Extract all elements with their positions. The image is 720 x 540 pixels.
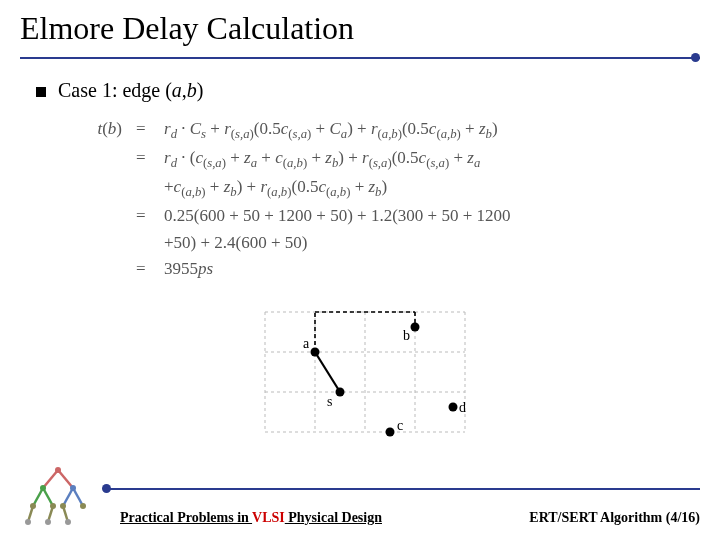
square-bullet-icon <box>36 87 46 97</box>
title-rule <box>20 51 700 65</box>
math-row-2: = rd · (c(s,a) + za + c(a,b) + zb) + r(s… <box>84 145 684 174</box>
footer-right-text: ERT/SERT Algorithm (4/16) <box>529 510 700 525</box>
math-rhs-1: rd · Cs + r(s,a)(0.5c(s,a) + Ca) + r(a,b… <box>164 116 684 145</box>
math-lhs: t(b) <box>84 116 122 145</box>
grid-lines <box>265 312 465 432</box>
bullet-var-a: a <box>172 79 182 101</box>
node-b <box>411 323 420 332</box>
node-a <box>311 348 320 357</box>
svg-point-23 <box>70 485 76 491</box>
bullet-prefix: Case 1: edge ( <box>58 79 172 101</box>
math-lhs-blank-3 <box>84 203 122 229</box>
svg-line-13 <box>58 470 73 488</box>
footer-pp: Practical Problems in <box>120 510 252 525</box>
svg-point-28 <box>25 519 31 525</box>
math-rhs-3: 0.25(600 + 50 + 1200 + 50) + 1.2(300 + 5… <box>164 203 684 229</box>
math-lhs-blank-3b <box>84 230 122 256</box>
footer-left: Practical Problems in VLSI Physical Desi… <box>120 510 382 526</box>
svg-line-15 <box>43 488 53 506</box>
bullet-row: Case 1: edge (a,b) <box>36 79 684 102</box>
math-row-2b: +c(a,b) + zb) + r(a,b)(0.5c(a,b) + zb) <box>84 174 684 203</box>
svg-point-25 <box>50 503 56 509</box>
label-s: s <box>327 394 332 409</box>
bullet-var-b: b <box>187 79 197 101</box>
math-eq-1: = <box>136 116 150 145</box>
edge-s-a <box>315 352 340 392</box>
title-rule-dot <box>691 53 700 62</box>
footer-right: ERT/SERT Algorithm (4/16) <box>529 510 700 526</box>
svg-point-26 <box>60 503 66 509</box>
svg-point-29 <box>45 519 51 525</box>
tree-diagram: a b s c d <box>245 292 475 442</box>
math-rhs-4: 3955ps <box>164 256 684 282</box>
bullet-suffix: ) <box>197 79 204 101</box>
label-c: c <box>397 418 403 433</box>
label-a: a <box>303 336 310 351</box>
title-area: Elmore Delay Calculation <box>0 0 720 65</box>
slide-title: Elmore Delay Calculation <box>20 10 700 47</box>
footer-pd: Physical Design <box>285 510 382 525</box>
math-block: t(b) = rd · Cs + r(s,a)(0.5c(s,a) + Ca) … <box>84 116 684 282</box>
math-eq-2: = <box>136 145 150 174</box>
label-d: d <box>459 400 466 415</box>
math-rhs-3b: +50) + 2.4(600 + 50) <box>164 230 684 256</box>
math-row-3b: +50) + 2.4(600 + 50) <box>84 230 684 256</box>
svg-line-14 <box>33 488 43 506</box>
math-lhs-blank-2b <box>84 174 122 203</box>
node-c <box>386 428 395 437</box>
math-eq-4: = <box>136 256 150 282</box>
math-rhs-2: rd · (c(s,a) + za + c(a,b) + zb) + r(s,a… <box>164 145 684 174</box>
math-lhs-blank-2 <box>84 145 122 174</box>
svg-line-17 <box>73 488 83 506</box>
svg-line-12 <box>43 470 58 488</box>
math-eq-blank-3b <box>136 230 150 256</box>
svg-point-21 <box>55 467 61 473</box>
tree-logo-icon <box>18 460 98 530</box>
diagram-wrap: a b s c d <box>36 292 684 442</box>
math-row-1: t(b) = rd · Cs + r(s,a)(0.5c(s,a) + Ca) … <box>84 116 684 145</box>
svg-point-24 <box>30 503 36 509</box>
title-rule-line <box>20 57 700 59</box>
node-d <box>449 403 458 412</box>
footer-rule <box>106 482 700 496</box>
svg-point-30 <box>65 519 71 525</box>
math-rhs-2b: +c(a,b) + zb) + r(a,b)(0.5c(a,b) + zb) <box>164 174 684 203</box>
svg-line-16 <box>63 488 73 506</box>
footer-rule-line <box>106 488 700 490</box>
math-eq-blank-2b <box>136 174 150 203</box>
math-lhs-blank-4 <box>84 256 122 282</box>
math-eq-3: = <box>136 203 150 229</box>
bullet-text: Case 1: edge (a,b) <box>58 79 204 102</box>
slide: Elmore Delay Calculation Case 1: edge (a… <box>0 0 720 540</box>
node-s <box>336 388 345 397</box>
footer-vlsi: VLSI <box>252 510 285 525</box>
math-row-4: = 3955ps <box>84 256 684 282</box>
svg-point-27 <box>80 503 86 509</box>
svg-point-22 <box>40 485 46 491</box>
label-b: b <box>403 328 410 343</box>
content-area: Case 1: edge (a,b) t(b) = rd · Cs + r(s,… <box>0 65 720 442</box>
math-row-3: = 0.25(600 + 50 + 1200 + 50) + 1.2(300 +… <box>84 203 684 229</box>
